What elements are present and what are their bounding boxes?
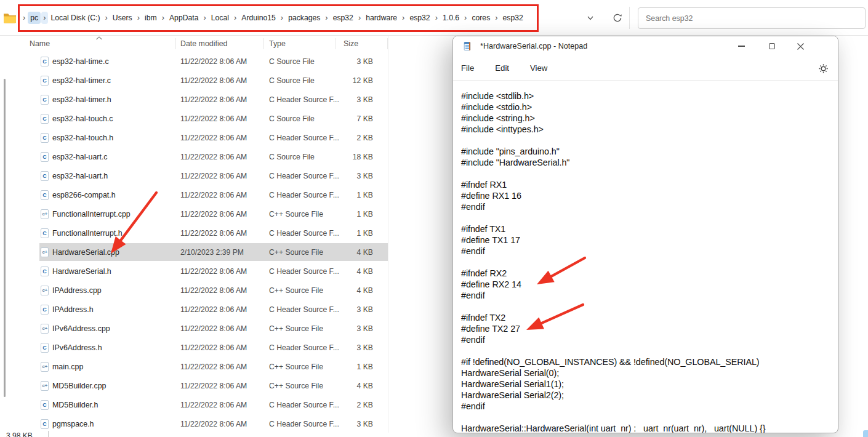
source-file-icon: c+ (41, 381, 49, 391)
breadcrumb-item[interactable]: › esp32 (323, 10, 356, 26)
minimize-button[interactable] (729, 36, 753, 56)
breadcrumb-item-label[interactable]: ibm (142, 12, 159, 24)
breadcrumb-item-label[interactable]: esp32 (500, 12, 526, 24)
file-date-modified: 11/22/2022 8:06 AM (180, 185, 247, 204)
file-row[interactable]: C FunctionalInterrupt.h 11/22/2022 8:06 … (0, 223, 388, 243)
chevron-right-icon: › (232, 12, 238, 24)
column-separator[interactable] (336, 38, 336, 49)
file-row[interactable]: C IPv6Address.h 11/22/2022 8:06 AM C Hea… (0, 338, 388, 357)
folder-icon[interactable] (3, 12, 17, 23)
notepad-menubar: File Edit View (453, 56, 838, 81)
chevron-down-icon[interactable] (586, 14, 595, 22)
breadcrumb-item[interactable]: › Users (102, 10, 134, 26)
breadcrumb-item[interactable]: › packages (278, 10, 323, 26)
chevron-right-icon: › (201, 12, 207, 24)
file-name: FunctionalInterrupt.cpp (52, 204, 131, 223)
breadcrumb-item[interactable]: › esp32 (492, 10, 526, 26)
file-date-modified: 11/22/2022 8:06 AM (180, 71, 247, 90)
maximize-button[interactable] (760, 36, 784, 56)
breadcrumb-item-label[interactable]: Users (110, 12, 135, 24)
breadcrumb-item-label[interactable]: packages (286, 12, 323, 24)
notepad-text-area[interactable]: #include <stdlib.h> #include <stdio.h> #… (453, 81, 838, 433)
breadcrumb-item-label[interactable]: esp32 (331, 12, 356, 24)
file-row[interactable]: C esp8266-compat.h 11/22/2022 8:06 AM C … (0, 185, 388, 204)
source-file-icon: C (41, 133, 49, 143)
column-header-size[interactable]: Size (344, 36, 358, 52)
file-row[interactable]: C esp32-hal-uart.c 11/22/2022 8:06 AM C … (0, 147, 388, 166)
file-row[interactable]: C esp32-hal-touch.c 11/22/2022 8:06 AM C… (0, 109, 388, 128)
column-header-name[interactable]: Name (30, 36, 50, 52)
notepad-titlebar[interactable]: *HardwareSerial.cpp - Notepad (453, 36, 838, 56)
breadcrumb-item[interactable]: › Local Disk (C:) (41, 10, 102, 26)
breadcrumb-item-label[interactable]: AppData (167, 12, 201, 24)
file-row[interactable]: c+ MD5Builder.cpp 11/22/2022 8:06 AM C++… (0, 376, 388, 395)
file-date-modified: 11/22/2022 8:06 AM (180, 376, 247, 395)
menu-view[interactable]: View (525, 61, 552, 75)
search-input[interactable] (638, 8, 865, 28)
file-row[interactable]: c+ FunctionalInterrupt.cpp 11/22/2022 8:… (0, 204, 388, 223)
breadcrumb-item-label[interactable]: esp32 (407, 12, 432, 24)
refresh-icon[interactable] (612, 12, 623, 23)
column-separator[interactable] (175, 38, 176, 49)
file-row[interactable]: C esp32-hal-uart.h 11/22/2022 8:06 AM C … (0, 166, 388, 185)
breadcrumb-item-label[interactable]: cores (469, 12, 492, 24)
breadcrumb-item[interactable]: › Local (201, 10, 231, 26)
column-header-type[interactable]: Type (269, 36, 286, 52)
file-type: C++ Source File (269, 243, 323, 262)
menu-edit[interactable]: Edit (490, 61, 514, 75)
breadcrumb-item-label[interactable]: Arduino15 (239, 12, 278, 24)
file-row[interactable]: c+ IPv6Address.cpp 11/22/2022 8:06 AM C+… (0, 319, 388, 338)
file-name: esp32-hal-touch.h (52, 128, 113, 147)
breadcrumb-item-label[interactable]: Local (209, 12, 231, 24)
breadcrumb-item[interactable]: › Arduino15 (231, 10, 278, 26)
file-row[interactable]: C esp32-hal-time.c 11/22/2022 8:06 AM C … (0, 52, 388, 71)
code-line: #endif (461, 290, 833, 301)
file-row[interactable]: C MD5Builder.h 11/22/2022 8:06 AM C Head… (0, 395, 388, 414)
file-name: esp32-hal-timer.c (52, 71, 111, 90)
file-row[interactable]: c+ main.cpp 11/22/2022 8:06 AM C++ Sourc… (0, 357, 388, 376)
toolbar-divider (629, 7, 630, 29)
chevron-right-icon: › (160, 12, 166, 24)
code-line: #endif (461, 334, 833, 345)
code-line: #ifndef RX1 (461, 179, 833, 190)
source-file-icon: C (41, 343, 49, 353)
file-type: C++ Source File (269, 281, 323, 300)
gear-icon[interactable] (818, 63, 829, 74)
column-separator[interactable] (263, 38, 264, 49)
file-row[interactable]: C esp32-hal-timer.c 11/22/2022 8:06 AM C… (0, 71, 388, 90)
file-row[interactable]: C IPAddress.h 11/22/2022 8:06 AM C Heade… (0, 300, 388, 319)
breadcrumb-item[interactable]: › 1.0.6 (433, 10, 462, 26)
file-row[interactable]: c+ IPAddress.cpp 11/22/2022 8:06 AM C++ … (0, 281, 388, 300)
breadcrumb-item[interactable]: › AppData (159, 10, 201, 26)
breadcrumb-item[interactable]: › ibm (135, 10, 159, 26)
code-line: #ifndef RX2 (461, 268, 833, 279)
file-row[interactable]: C HardwareSerial.h 11/22/2022 8:06 AM C … (0, 262, 388, 281)
file-name: main.cpp (52, 357, 83, 376)
breadcrumb-item-label[interactable]: Local Disk (C:) (49, 12, 103, 24)
file-type: C++ Source File (269, 357, 323, 376)
column-header-date-modified[interactable]: Date modified (180, 36, 227, 52)
code-line: #define TX1 17 (461, 235, 833, 246)
close-button[interactable] (788, 36, 813, 56)
file-size: 12 KB (320, 71, 373, 90)
file-size: 3 KB (320, 319, 373, 338)
file-name: IPv6Address.h (52, 338, 102, 357)
code-line: #include <string.h> (461, 113, 833, 124)
code-line (461, 257, 833, 268)
file-name: IPAddress.h (52, 300, 94, 319)
file-row[interactable]: C esp32-hal-touch.h 11/22/2022 8:06 AM C… (0, 128, 388, 147)
code-line: #ifndef TX1 (461, 223, 833, 235)
file-name: esp32-hal-time.c (52, 52, 109, 71)
menu-file[interactable]: File (456, 61, 479, 75)
breadcrumb-item-label[interactable]: 1.0.6 (440, 12, 462, 24)
file-row[interactable]: C esp32-hal-timer.h 11/22/2022 8:06 AM C… (0, 90, 388, 109)
background-window-fragment (863, 430, 868, 437)
breadcrumb-item-label[interactable]: pc (28, 12, 41, 24)
breadcrumb-item[interactable]: › cores (462, 10, 492, 26)
breadcrumb-item[interactable]: › esp32 (400, 10, 433, 26)
breadcrumb-item-label[interactable]: hardware (363, 12, 400, 24)
breadcrumb-item[interactable]: › pc (20, 10, 41, 26)
breadcrumb-item[interactable]: › hardware (356, 10, 400, 26)
file-row[interactable]: c+ HardwareSerial.cpp 2/10/2023 2:39 PM … (0, 243, 388, 262)
code-line (461, 412, 833, 423)
